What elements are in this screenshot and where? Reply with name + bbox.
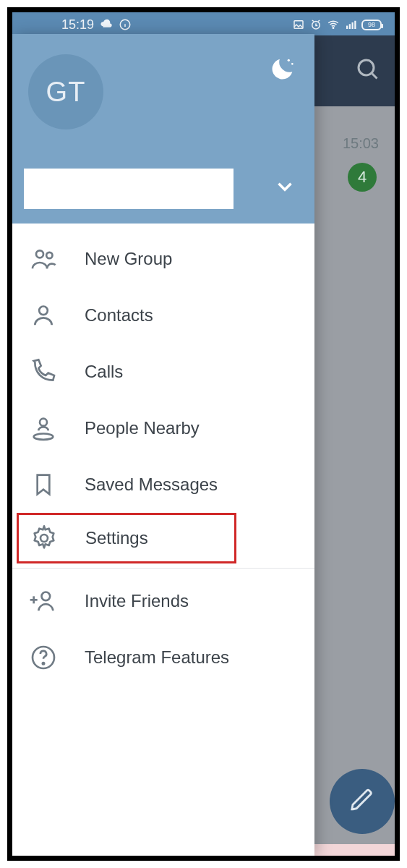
phone-icon: [27, 355, 60, 388]
pencil-icon: [350, 788, 374, 815]
menu-item-calls[interactable]: Calls: [12, 344, 314, 400]
menu-item-telegram-features[interactable]: Telegram Features: [12, 629, 314, 686]
signal-icon: [344, 18, 357, 31]
drawer-menu: New Group Contacts Calls: [12, 224, 314, 856]
account-switch-toggle[interactable]: [273, 174, 297, 202]
svg-rect-9: [349, 24, 351, 29]
svg-point-15: [46, 252, 52, 258]
menu-item-label: New Group: [85, 249, 172, 269]
compose-fab[interactable]: [330, 769, 395, 834]
svg-point-13: [291, 63, 294, 65]
menu-item-label: People Nearby: [85, 418, 200, 438]
svg-point-20: [42, 592, 51, 601]
svg-point-16: [39, 307, 48, 315]
menu-item-label: Calls: [85, 362, 123, 382]
search-icon[interactable]: [354, 56, 380, 85]
bookmark-icon: [27, 468, 60, 501]
info-icon: [119, 18, 132, 31]
svg-point-14: [36, 250, 43, 258]
account-name-field[interactable]: [24, 169, 234, 209]
svg-point-7: [333, 27, 334, 29]
menu-item-label: Invite Friends: [85, 591, 189, 611]
group-icon: [27, 242, 60, 276]
svg-rect-11: [354, 21, 356, 29]
person-add-icon: [27, 584, 60, 618]
menu-item-settings[interactable]: Settings: [17, 513, 236, 563]
night-mode-toggle[interactable]: [268, 54, 297, 86]
svg-rect-10: [352, 22, 354, 29]
svg-point-12: [288, 59, 290, 61]
svg-line-1: [372, 74, 377, 79]
chat-timestamp: 15:03: [343, 135, 379, 152]
gear-icon: [27, 522, 61, 555]
unread-badge: 4: [348, 163, 377, 192]
svg-point-24: [43, 663, 44, 664]
svg-point-19: [40, 535, 48, 542]
svg-point-17: [40, 419, 47, 426]
drawer-header: GT: [12, 34, 314, 224]
avatar-initials: GT: [46, 77, 86, 108]
cloud-icon: [100, 18, 113, 31]
menu-item-new-group[interactable]: New Group: [12, 231, 314, 287]
wifi-icon: [327, 18, 340, 31]
menu-item-label: Telegram Features: [85, 647, 229, 668]
menu-item-label: Contacts: [85, 305, 153, 326]
status-time: 15:19: [61, 17, 94, 33]
avatar[interactable]: GT: [28, 54, 103, 129]
status-bar: 15:19 98: [12, 12, 395, 35]
picture-icon: [292, 18, 305, 31]
svg-point-18: [34, 434, 53, 440]
person-pin-icon: [27, 412, 60, 445]
svg-rect-8: [346, 26, 348, 30]
menu-item-label: Saved Messages: [85, 475, 218, 495]
navigation-drawer: GT New Group: [12, 34, 314, 856]
battery-icon: 98: [361, 20, 382, 30]
help-icon: [27, 641, 60, 674]
menu-item-invite-friends[interactable]: Invite Friends: [12, 573, 314, 629]
menu-item-saved-messages[interactable]: Saved Messages: [12, 456, 314, 513]
menu-item-label: Settings: [85, 528, 148, 548]
menu-divider: [12, 568, 314, 569]
menu-item-people-nearby[interactable]: People Nearby: [12, 400, 314, 456]
person-icon: [27, 299, 60, 332]
svg-point-0: [359, 60, 374, 75]
alarm-icon: [309, 18, 322, 31]
menu-item-contacts[interactable]: Contacts: [12, 287, 314, 344]
